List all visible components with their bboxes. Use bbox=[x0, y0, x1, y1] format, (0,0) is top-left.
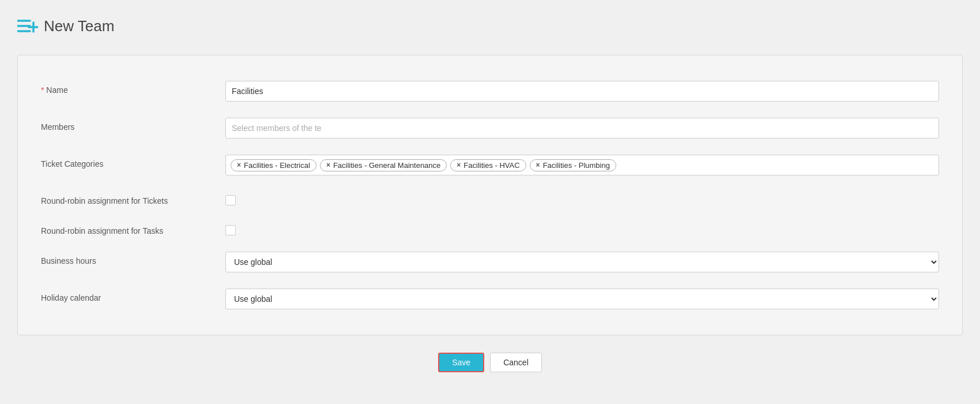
round-robin-tickets-row: Round-robin assignment for Tickets bbox=[41, 184, 939, 214]
tag-label: Facilities - Plumbing bbox=[543, 161, 610, 170]
tag-remove-button[interactable]: × bbox=[237, 161, 241, 169]
name-row: Name bbox=[41, 73, 939, 110]
ticket-category-tag: ×Facilities - Plumbing bbox=[530, 159, 616, 171]
round-robin-tasks-row: Round-robin assignment for Tasks bbox=[41, 214, 939, 244]
tag-label: Facilities - HVAC bbox=[463, 161, 519, 170]
members-row: Members bbox=[41, 110, 939, 147]
round-robin-tickets-field bbox=[225, 192, 939, 205]
members-field bbox=[225, 118, 939, 139]
ticket-categories-row: Ticket Categories ×Facilities - Electric… bbox=[41, 147, 939, 184]
members-input[interactable] bbox=[225, 118, 939, 139]
ticket-category-tag: ×Facilities - General Maintenance bbox=[320, 159, 447, 171]
footer-buttons: Save Cancel bbox=[17, 353, 963, 372]
holiday-calendar-field: Use global bbox=[225, 289, 939, 309]
business-hours-field: Use global bbox=[225, 252, 939, 272]
holiday-calendar-select[interactable]: Use global bbox=[225, 289, 939, 309]
business-hours-row: Business hours Use global bbox=[41, 244, 939, 280]
save-button[interactable]: Save bbox=[438, 353, 484, 372]
page-header: New Team bbox=[17, 12, 963, 41]
ticket-category-tag: ×Facilities - HVAC bbox=[450, 159, 526, 171]
ticket-category-tag: ×Facilities - Electrical bbox=[231, 159, 316, 171]
name-label: Name bbox=[41, 81, 225, 95]
cancel-button[interactable]: Cancel bbox=[490, 353, 542, 372]
tag-remove-button[interactable]: × bbox=[326, 161, 330, 169]
tag-remove-button[interactable]: × bbox=[457, 161, 461, 169]
ticket-categories-label: Ticket Categories bbox=[41, 155, 225, 169]
holiday-calendar-label: Holiday calendar bbox=[41, 289, 225, 302]
ticket-categories-field: ×Facilities - Electrical×Facilities - Ge… bbox=[225, 155, 939, 175]
holiday-calendar-row: Holiday calendar Use global bbox=[41, 280, 939, 317]
round-robin-tickets-label: Round-robin assignment for Tickets bbox=[41, 192, 225, 205]
business-hours-label: Business hours bbox=[41, 252, 225, 265]
tags-input[interactable]: ×Facilities - Electrical×Facilities - Ge… bbox=[225, 155, 939, 175]
members-label: Members bbox=[41, 118, 225, 132]
tag-label: Facilities - Electrical bbox=[244, 161, 310, 170]
name-input[interactable] bbox=[225, 81, 939, 102]
round-robin-tasks-label: Round-robin assignment for Tasks bbox=[41, 222, 225, 235]
form-container: Name Members Ticket Categories ×Faciliti… bbox=[17, 55, 963, 335]
round-robin-tasks-checkbox[interactable] bbox=[225, 225, 236, 235]
tag-remove-button[interactable]: × bbox=[536, 161, 540, 169]
round-robin-tickets-checkbox[interactable] bbox=[225, 195, 236, 205]
page-title: New Team bbox=[44, 17, 114, 35]
business-hours-select[interactable]: Use global bbox=[225, 252, 939, 272]
new-team-icon bbox=[17, 18, 38, 35]
round-robin-tasks-field bbox=[225, 222, 939, 235]
name-field bbox=[225, 81, 939, 102]
tag-label: Facilities - General Maintenance bbox=[333, 161, 440, 170]
